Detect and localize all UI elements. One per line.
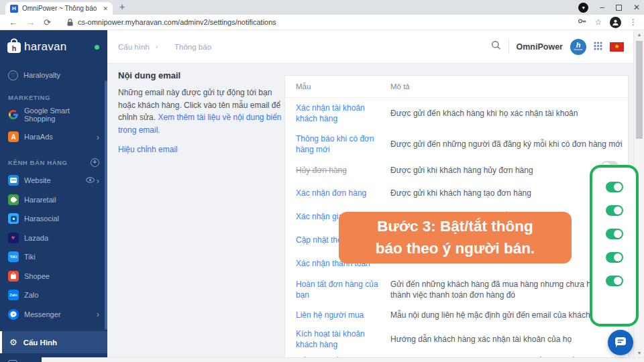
- section-marketing: MARKETING: [0, 93, 107, 101]
- sidebar-item-hararetail[interactable]: Hararetail: [0, 190, 107, 210]
- sidebar-item-label: Harasocial: [24, 215, 59, 223]
- panel-description: Những email này được gửi tự động tới bạn…: [118, 86, 286, 136]
- vietnam-flag-icon[interactable]: ★: [610, 42, 624, 52]
- sidebar-item-haraads[interactable]: A HaraAds ›: [0, 127, 107, 146]
- haravan-logo[interactable]: h haravan: [0, 30, 107, 64]
- sidebar: h haravan ♡ Haraloyalty MARKETING Google…: [0, 30, 107, 362]
- sidebar-item-label: HaraAds: [24, 133, 53, 141]
- url-input[interactable]: cs-omnipower.myharavan.com/adminv2/setti…: [78, 18, 578, 26]
- edit-email-link[interactable]: Hiệu chỉnh email: [118, 145, 178, 154]
- key-icon[interactable]: [578, 16, 586, 28]
- template-name-link[interactable]: Thông báo khi có đơn hàng mới: [296, 134, 380, 155]
- table-header: Mẫu Mô tả: [285, 76, 628, 98]
- bookmark-star-icon[interactable]: ☆: [594, 17, 602, 27]
- section-label: KÊNH BÁN HÀNG: [8, 159, 68, 166]
- breadcrumb-separator: ›: [156, 43, 158, 50]
- eye-icon[interactable]: [86, 176, 95, 184]
- loyalty-heart-icon: ♡: [8, 70, 18, 80]
- scroll-up-icon[interactable]: ▲: [634, 32, 644, 37]
- breadcrumb-settings[interactable]: Cấu hình: [118, 43, 150, 51]
- account-avatar[interactable]: h haravan: [570, 39, 586, 55]
- tiki-icon: TIKI: [8, 251, 19, 262]
- svg-text:h: h: [12, 44, 16, 52]
- add-channel-icon[interactable]: +: [91, 158, 99, 167]
- scrollbar-thumb[interactable]: [636, 41, 643, 139]
- sidebar-item-zalo[interactable]: Zalo Zalo: [0, 286, 107, 305]
- template-description: Hướng dẫn khách hàng xác nhận tài khoản …: [390, 335, 623, 345]
- screen: H OmniPower ~ Thông báo ~ Hara ✕ + ▾ – ✕…: [0, 0, 644, 362]
- forward-icon[interactable]: →: [26, 17, 35, 27]
- sidebar-item-label: Google Smart Shopping: [24, 107, 99, 123]
- sidebar-item-label: Cấu Hình: [23, 339, 57, 347]
- sidebar-item-website[interactable]: Website ›: [0, 171, 107, 190]
- tab-close-icon[interactable]: ✕: [103, 5, 108, 12]
- template-name-link[interactable]: Hủy đơn hàng: [296, 166, 380, 176]
- search-icon[interactable]: [491, 40, 501, 53]
- sidebar-item-label: Tiki: [24, 253, 36, 261]
- template-description: Được gửi đến khách hàng khi họ xác nhận …: [390, 109, 623, 119]
- toggle-switch[interactable]: [606, 205, 623, 216]
- template-description: Được gửi khi khách hàng hủy đơn hàng: [390, 166, 623, 176]
- main-content: Cấu hình › Thông báo OmniPower h haravan…: [107, 30, 633, 362]
- account-name[interactable]: OmniPower: [517, 42, 563, 52]
- scroll-down-icon[interactable]: ▼: [634, 351, 644, 355]
- apps-grid-icon[interactable]: [594, 41, 602, 53]
- reload-icon[interactable]: ⟳: [44, 17, 51, 27]
- sidebar-item-haraloyalty[interactable]: ♡ Haraloyalty: [0, 66, 107, 84]
- template-description: Được gửi đến những người đã đăng ký mỗi …: [390, 139, 623, 150]
- template-description: Mẫu nội dung liên hệ mặc định gửi đến em…: [390, 310, 623, 321]
- toggle-switch[interactable]: [606, 276, 623, 286]
- template-name-link[interactable]: Kích hoạt tài khoản khách hàng: [296, 329, 380, 350]
- sidebar-item-label: Zalo: [24, 291, 38, 299]
- toggle-switch[interactable]: [606, 252, 623, 263]
- template-name-link[interactable]: Hoàn tất đơn hàng của bạn: [296, 280, 380, 300]
- table-row: Hủy đơn hàng Được gửi khi khách hàng hủy…: [285, 160, 628, 182]
- window-maximize-button[interactable]: [616, 5, 622, 11]
- step-callout-line2: báo theo ý người bán.: [376, 238, 535, 260]
- table-row: Thông báo khi có đơn hàng mới Được gửi đ…: [285, 130, 628, 160]
- chat-widget-button[interactable]: [608, 330, 633, 355]
- template-description: Được gửi khi khách hàng tạo đơn hàng: [390, 188, 623, 199]
- browser-profile-avatar[interactable]: [610, 17, 621, 28]
- step-callout-line1: Bước 3: Bật/tắt thông: [377, 216, 533, 238]
- breadcrumb-notifications: Thông báo: [174, 43, 211, 51]
- back-icon[interactable]: ←: [9, 17, 17, 27]
- sidebar-item-label: Haraloyalty: [23, 71, 60, 79]
- horizontal-scrollbar[interactable]: [42, 357, 644, 362]
- chat-bubble-icon: [614, 337, 627, 349]
- toggle-switch[interactable]: [606, 229, 623, 239]
- template-name-link[interactable]: Liên hệ người mua: [296, 310, 380, 321]
- toggle-switch[interactable]: [606, 182, 623, 192]
- media-control-icon[interactable]: ▾: [578, 3, 588, 13]
- table-row: Liên hệ người mua Mẫu nội dung liên hệ m…: [285, 305, 628, 326]
- lock-icon[interactable]: [67, 19, 73, 26]
- sidebar-item-harasocial[interactable]: Harasocial: [0, 209, 107, 229]
- browser-menu-icon[interactable]: ⋮: [629, 17, 637, 27]
- divider: [508, 40, 509, 54]
- template-name-link[interactable]: Xác nhận tài khoản khách hàng: [296, 103, 380, 124]
- sidebar-item-shopee[interactable]: Shopee: [0, 267, 107, 286]
- sidebar-item-settings-active[interactable]: ⚙ Cấu Hình: [0, 331, 107, 353]
- table-row: Hoàn tất đơn hàng của bạn Gửi đến những …: [285, 276, 628, 305]
- sidebar-item-lazada[interactable]: ♥ Lazada: [0, 229, 107, 248]
- sidebar-item-messenger[interactable]: Messenger ›: [0, 305, 107, 324]
- sidebar-item-tiki[interactable]: TIKI Tiki: [0, 247, 107, 267]
- window-close-button[interactable]: ✕: [633, 3, 640, 11]
- email-content-panel: Nội dung email Những email này được gửi …: [118, 70, 286, 155]
- sidebar-item-google-smart-shopping[interactable]: Google Smart Shopping: [0, 105, 107, 124]
- window-minimize-button[interactable]: –: [600, 3, 604, 11]
- hararetail-icon: [8, 194, 19, 205]
- browser-toolbar: ← → ⟳ cs-omnipower.myharavan.com/adminv2…: [0, 15, 644, 30]
- column-template: Mẫu: [296, 82, 380, 90]
- column-description: Mô tả: [390, 82, 623, 90]
- template-name-link[interactable]: Xác nhận đơn hàng: [296, 188, 380, 199]
- logo-text: haravan: [24, 40, 67, 54]
- new-tab-button[interactable]: +: [119, 1, 125, 12]
- google-icon: [8, 109, 19, 120]
- table-row: Xác nhận tài khoản khách hàng Được gửi đ…: [285, 98, 628, 130]
- table-row: Xác nhận đơn hàng Được gửi khi khách hàn…: [285, 182, 628, 205]
- browser-tab[interactable]: H OmniPower ~ Thông báo ~ Hara ✕: [5, 2, 113, 15]
- haravan-bag-icon: h: [7, 38, 21, 56]
- sidebar-item-label: Hararetail: [24, 196, 56, 204]
- chevron-right-icon: ›: [97, 310, 99, 318]
